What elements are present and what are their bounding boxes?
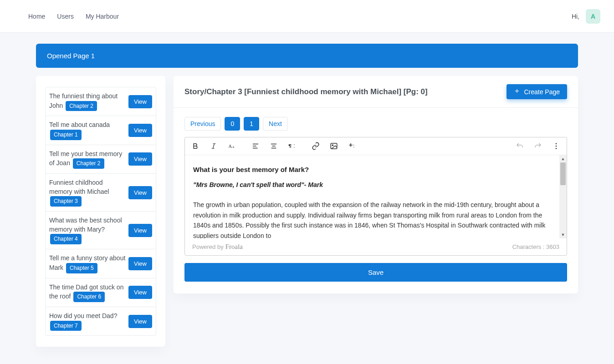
editor-quote: "Mrs Browne, I can't spell that word"- M… [193, 180, 551, 190]
story-row: Tell me a funny story about Mark Chapter… [46, 249, 156, 278]
story-title: The funniest thing about John Chapter 2 [49, 92, 128, 111]
svg-point-19 [353, 147, 354, 148]
banner-opened-page: Opened Page 1 [36, 44, 578, 68]
svg-point-21 [556, 143, 557, 144]
editor-body: The growth in urban population, coupled … [193, 200, 551, 238]
svg-text:A: A [232, 145, 235, 148]
nav-right: Hi, A [572, 9, 600, 24]
pager-page-0[interactable]: 0 [225, 117, 240, 131]
editor-card: Story/Chapter 3 [Funniest childhood memo… [174, 76, 578, 293]
editor-heading: What is your best memory of Mark? [193, 164, 551, 175]
font-size-icon[interactable]: AA [227, 141, 237, 151]
view-button[interactable]: View [128, 95, 152, 108]
bold-icon[interactable] [190, 141, 200, 151]
image-icon[interactable] [329, 141, 339, 151]
more-options-icon[interactable] [551, 141, 561, 151]
story-title: The time Dad got stuck on the roof Chapt… [49, 283, 128, 302]
nav-links: Home Users My Harbour [28, 13, 119, 20]
save-button[interactable]: Save [184, 263, 567, 282]
story-list-card: The funniest thing about John Chapter 2V… [36, 76, 165, 347]
chapter-badge: Chapter 2 [73, 158, 104, 169]
pager-previous[interactable]: Previous [184, 117, 221, 131]
editor-scrollbar[interactable]: ▲ ▼ [559, 155, 567, 238]
editor-footer: Powered by Froala Characters : 3603 [185, 238, 567, 255]
powered-by: Powered by Froala [192, 243, 243, 251]
story-row: What was the best school memory with Mar… [46, 212, 156, 249]
nav-users[interactable]: Users [57, 13, 74, 20]
story-row: The time Dad got stuck on the roof Chapt… [46, 278, 156, 307]
view-button[interactable]: View [128, 152, 152, 166]
svg-text:A: A [229, 144, 232, 149]
nav-home[interactable]: Home [28, 13, 45, 20]
editor-toolbar: AA [185, 137, 567, 155]
story-title: How did you meet Dad? Chapter 7 [49, 312, 128, 331]
scroll-thumb[interactable] [560, 162, 566, 185]
scroll-up-icon[interactable]: ▲ [559, 155, 567, 162]
char-count: 3603 [546, 243, 559, 250]
chapter-badge: Chapter 4 [50, 234, 82, 244]
story-row: The funniest thing about John Chapter 2V… [46, 87, 156, 116]
chapter-badge: Chapter 2 [66, 101, 97, 111]
story-title: Funniest childhood memory with Michael C… [49, 178, 128, 207]
svg-point-14 [294, 147, 295, 148]
story-title: What was the best school memory with Mar… [49, 216, 128, 244]
create-page-label: Create Page [524, 88, 560, 96]
pager-page-1[interactable]: 1 [244, 117, 259, 131]
view-button[interactable]: View [128, 286, 152, 299]
powered-by-label: Powered by [192, 243, 224, 250]
story-title: Tell me your best memory of Joan Chapter… [49, 150, 128, 169]
align-left-icon[interactable] [251, 141, 261, 151]
chapter-badge: Chapter 3 [50, 196, 82, 207]
story-title: Tell me about canada Chapter 1 [49, 121, 128, 140]
align-center-icon[interactable] [269, 141, 279, 151]
view-button[interactable]: View [128, 315, 152, 328]
story-list: The funniest thing about John Chapter 2V… [45, 87, 156, 336]
rich-text-editor: AA [184, 137, 567, 256]
chapter-badge: Chapter 1 [50, 130, 82, 140]
story-row: How did you meet Dad? Chapter 7View [46, 307, 156, 335]
svg-point-22 [556, 146, 557, 147]
editor-content[interactable]: What is your best memory of Mark? "Mrs B… [185, 155, 559, 238]
story-row: Funniest childhood memory with Michael C… [46, 174, 156, 212]
pager-next[interactable]: Next [263, 117, 288, 131]
pager: Previous 0 1 Next [184, 117, 567, 131]
view-button[interactable]: View [128, 124, 152, 137]
svg-point-13 [294, 144, 295, 145]
chapter-badge: Chapter 7 [50, 321, 82, 331]
view-button[interactable]: View [128, 186, 152, 199]
char-label: Characters : [512, 243, 545, 250]
link-icon[interactable] [311, 141, 321, 151]
redo-icon[interactable] [533, 141, 543, 151]
insert-more-icon[interactable] [347, 141, 357, 151]
story-row: Tell me your best memory of Joan Chapter… [46, 145, 156, 174]
page-title: Story/Chapter 3 [Funniest childhood memo… [184, 87, 428, 96]
chapter-badge: Chapter 5 [66, 263, 97, 273]
chapter-badge: Chapter 6 [73, 292, 105, 302]
navbar: Home Users My Harbour Hi, A [0, 0, 614, 33]
nav-myharbour[interactable]: My Harbour [86, 13, 119, 20]
plus-icon [514, 88, 520, 96]
greeting-text: Hi, [572, 13, 579, 20]
scroll-down-icon[interactable]: ▼ [559, 231, 567, 238]
view-button[interactable]: View [128, 257, 152, 270]
paragraph-format-icon[interactable] [287, 141, 297, 151]
char-counter: Characters : 3603 [512, 243, 559, 250]
froala-brand-text: Froala [225, 243, 243, 251]
svg-point-16 [332, 145, 333, 146]
card-header: Story/Chapter 3 [Funniest childhood memo… [174, 76, 578, 108]
svg-line-4 [213, 144, 215, 149]
svg-point-23 [556, 148, 557, 149]
avatar[interactable]: A [586, 9, 600, 24]
create-page-button[interactable]: Create Page [507, 84, 567, 99]
italic-icon[interactable] [209, 141, 219, 151]
story-title: Tell me a funny story about Mark Chapter… [49, 254, 128, 273]
story-row: Tell me about canada Chapter 1View [46, 116, 156, 145]
view-button[interactable]: View [128, 224, 152, 237]
undo-icon[interactable] [515, 141, 525, 151]
svg-point-20 [353, 145, 354, 146]
